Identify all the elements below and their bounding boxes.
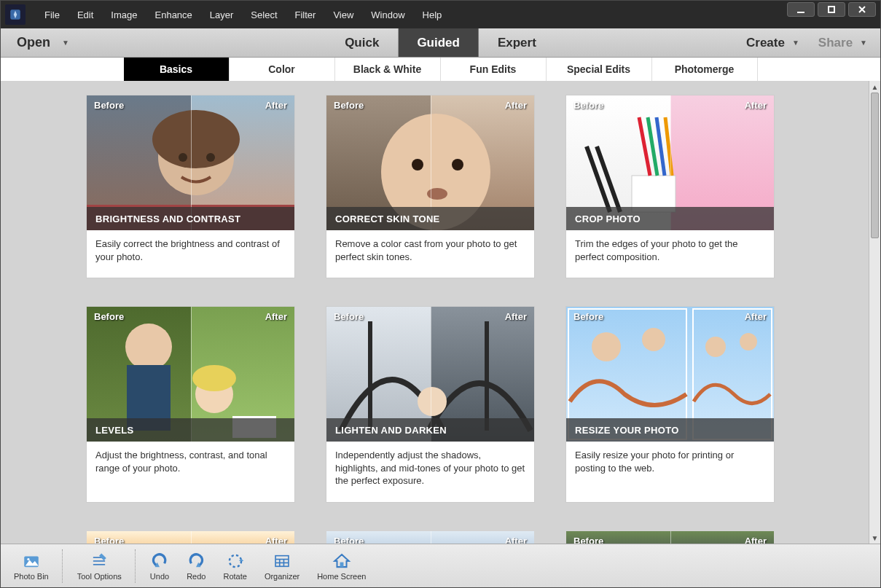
mode-bar: Open ▼ Quick Guided Expert Create ▼ Shar… <box>1 28 880 58</box>
svg-point-23 <box>192 365 236 391</box>
scroll-up-icon[interactable]: ▲ <box>869 81 880 93</box>
maximize-button[interactable] <box>818 2 845 17</box>
tool-label: Redo <box>187 572 205 581</box>
svg-point-33 <box>740 333 757 350</box>
card-grid: BeforeAfter BRIGHTNESS AND CONTRAST Easi… <box>1 81 869 544</box>
card-thumb: BeforeAfter RESIZE YOUR PHOTO <box>566 307 774 442</box>
undo-icon <box>150 552 169 571</box>
menu-image[interactable]: Image <box>102 9 146 20</box>
photo-bin-button[interactable]: Photo Bin <box>7 549 56 584</box>
tool-label: Tool Options <box>77 572 122 581</box>
card-thumb: BeforeAfter LEVELS <box>87 307 294 442</box>
card-desc: Easily correct the brightness and contra… <box>87 230 294 278</box>
subtab-photomerge[interactable]: Photomerge <box>652 58 758 81</box>
chevron-down-icon: ▼ <box>62 39 69 47</box>
card-partial-3[interactable]: BeforeAfter <box>566 531 774 544</box>
menu-window[interactable]: Window <box>362 9 413 20</box>
create-button[interactable]: Create ▼ <box>746 36 799 50</box>
vertical-scrollbar[interactable]: ▲ ▼ <box>869 81 880 544</box>
card-resize-photo[interactable]: BeforeAfter RESIZE YOUR PHOTO Easily res… <box>566 307 774 502</box>
card-title: CROP PHOTO <box>566 207 774 230</box>
scroll-thumb[interactable] <box>871 93 879 238</box>
card-brightness-contrast[interactable]: BeforeAfter BRIGHTNESS AND CONTRAST Easi… <box>87 95 294 278</box>
subtab-special-edits[interactable]: Special Edits <box>547 58 652 81</box>
card-partial-2[interactable]: BeforeAfter <box>326 531 534 544</box>
menu-file[interactable]: File <box>36 9 68 20</box>
right-actions: Create ▼ Share ▼ <box>746 36 867 50</box>
before-label: Before <box>334 100 364 111</box>
before-label: Before <box>334 536 364 544</box>
svg-point-10 <box>412 159 423 170</box>
svg-point-7 <box>206 153 215 162</box>
subtab-fun-edits[interactable]: Fun Edits <box>441 58 547 81</box>
card-lighten-darken[interactable]: BeforeAfter LIGHTEN AND DARKEN Independe… <box>326 307 534 502</box>
card-desc: Remove a color cast from your photo to g… <box>326 230 534 278</box>
tool-label: Photo Bin <box>14 572 49 581</box>
card-title: CORRECT SKIN TONE <box>326 207 534 230</box>
tool-label: Organizer <box>265 572 299 581</box>
organizer-button[interactable]: Organizer <box>257 549 307 584</box>
after-label: After <box>265 311 287 322</box>
subtab-basics[interactable]: Basics <box>124 58 230 81</box>
undo-button[interactable]: Undo <box>143 549 176 584</box>
bottom-toolbar: Photo Bin Tool Options Undo Redo Rotate … <box>1 544 880 587</box>
card-title: LIGHTEN AND DARKEN <box>326 418 534 442</box>
rotate-button[interactable]: Rotate <box>216 549 254 584</box>
tool-label: Undo <box>150 572 169 581</box>
card-crop-photo[interactable]: BeforeAfter CROP PHOTO Trim the edges of… <box>566 95 774 278</box>
after-label: After <box>265 100 287 111</box>
card-thumb: BeforeAfter LIGHTEN AND DARKEN <box>326 307 534 442</box>
close-button[interactable] <box>848 2 876 17</box>
before-label: Before <box>573 536 603 544</box>
svg-line-17 <box>665 117 672 176</box>
card-thumb: BeforeAfter CROP PHOTO <box>566 95 774 230</box>
menu-select[interactable]: Select <box>242 9 286 20</box>
share-button[interactable]: Share ▼ <box>818 36 867 50</box>
before-label: Before <box>573 100 603 111</box>
tab-quick[interactable]: Quick <box>326 28 398 57</box>
after-label: After <box>745 100 767 111</box>
card-desc: Easily resize your photo for printing or… <box>566 442 774 489</box>
svg-point-32 <box>705 337 726 357</box>
card-thumb: BeforeAfter BRIGHTNESS AND CONTRAST <box>87 95 294 230</box>
svg-rect-50 <box>340 562 343 567</box>
card-levels[interactable]: BeforeAfter LEVELS Adjust the brightness… <box>87 307 294 502</box>
menu-view[interactable]: View <box>324 9 362 20</box>
subtab-bar: Basics Color Black & White Fun Edits Spe… <box>1 58 880 81</box>
card-correct-skin-tone[interactable]: BeforeAfter CORRECT SKIN TONE Remove a c… <box>326 95 534 278</box>
svg-marker-43 <box>239 558 244 560</box>
menu-enhance[interactable]: Enhance <box>146 9 201 20</box>
svg-point-30 <box>592 332 621 361</box>
svg-line-16 <box>657 117 665 176</box>
subtab-color[interactable]: Color <box>230 58 335 81</box>
before-label: Before <box>334 311 364 322</box>
svg-point-5 <box>152 110 240 168</box>
scroll-down-icon[interactable]: ▼ <box>869 532 880 544</box>
rotate-icon <box>226 552 245 571</box>
home-screen-button[interactable]: Home Screen <box>310 549 373 584</box>
subtab-black-white[interactable]: Black & White <box>335 58 441 81</box>
photo-bin-icon <box>22 552 41 571</box>
redo-button[interactable]: Redo <box>179 549 213 584</box>
tab-guided[interactable]: Guided <box>398 28 479 57</box>
card-title: RESIZE YOUR PHOTO <box>566 418 774 442</box>
app-icon <box>5 4 26 25</box>
after-label: After <box>505 100 527 111</box>
before-label: Before <box>94 536 124 544</box>
tool-options-button[interactable]: Tool Options <box>70 549 129 584</box>
menu-filter[interactable]: Filter <box>286 9 325 20</box>
svg-rect-44 <box>275 555 289 566</box>
minimize-button[interactable] <box>787 2 815 17</box>
tab-expert[interactable]: Expert <box>479 28 555 57</box>
open-button[interactable]: Open ▼ <box>17 35 69 50</box>
menu-layer[interactable]: Layer <box>201 9 243 20</box>
card-desc: Trim the edges of your photo to get the … <box>566 230 774 278</box>
svg-rect-2 <box>797 12 804 13</box>
card-partial-1[interactable]: BeforeAfter <box>87 531 294 544</box>
tool-options-icon <box>90 552 109 571</box>
before-label: Before <box>94 311 124 322</box>
menu-help[interactable]: Help <box>414 9 451 20</box>
menu-edit[interactable]: Edit <box>68 9 102 20</box>
content-area: BeforeAfter BRIGHTNESS AND CONTRAST Easi… <box>1 81 869 544</box>
share-label: Share <box>818 36 853 50</box>
